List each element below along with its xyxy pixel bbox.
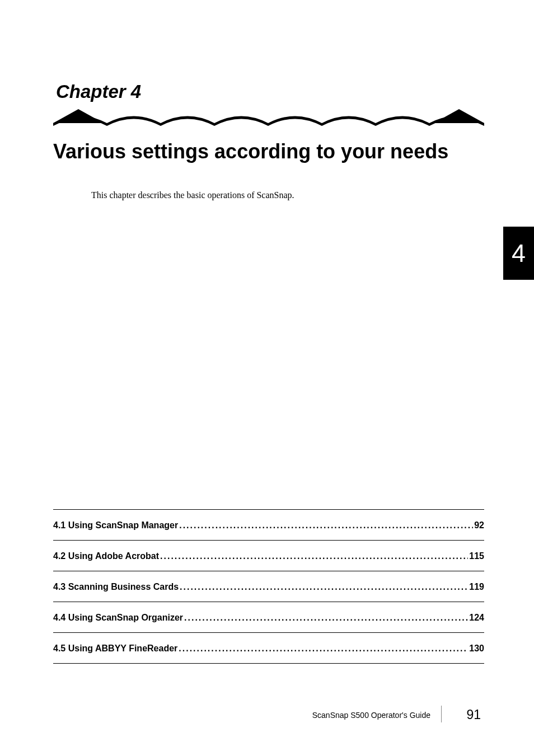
toc-entry[interactable]: 4.2 Using Adobe Acrobat 115 bbox=[53, 540, 484, 571]
toc-entry[interactable]: 4.3 Scanning Business Cards 119 bbox=[53, 571, 484, 602]
footer-guide: ScanSnap S500 Operator's Guide bbox=[312, 711, 430, 720]
footer-divider bbox=[441, 706, 442, 722]
toc-page: 130 bbox=[469, 644, 484, 654]
toc-dots bbox=[184, 613, 468, 623]
table-of-contents: 4.1 Using ScanSnap Manager 92 4.2 Using … bbox=[53, 509, 484, 664]
toc-title: 4.1 Using ScanSnap Manager bbox=[53, 520, 178, 530]
toc-title: 4.4 Using ScanSnap Organizer bbox=[53, 613, 183, 623]
toc-page: 115 bbox=[469, 551, 484, 561]
toc-dots bbox=[180, 582, 468, 592]
toc-entry[interactable]: 4.4 Using ScanSnap Organizer 124 bbox=[53, 602, 484, 632]
chapter-label: Chapter 4 bbox=[56, 81, 141, 102]
toc-title: 4.3 Scanning Business Cards bbox=[53, 582, 179, 592]
toc-entry[interactable]: 4.5 Using ABBYY FineReader 130 bbox=[53, 632, 484, 664]
toc-title: 4.2 Using Adobe Acrobat bbox=[53, 551, 159, 561]
chapter-description: This chapter describes the basic operati… bbox=[91, 190, 294, 200]
wave-decoration-icon bbox=[53, 106, 484, 132]
toc-title: 4.5 Using ABBYY FineReader bbox=[53, 644, 177, 654]
toc-entry[interactable]: 4.1 Using ScanSnap Manager 92 bbox=[53, 509, 484, 540]
toc-dots bbox=[179, 520, 473, 530]
page-number: 91 bbox=[466, 707, 481, 722]
toc-dots bbox=[160, 551, 468, 561]
toc-dots bbox=[179, 644, 468, 654]
chapter-tab: 4 bbox=[503, 227, 534, 280]
chapter-title: Various settings according to your needs bbox=[53, 140, 448, 163]
toc-page: 119 bbox=[469, 582, 484, 592]
toc-page: 92 bbox=[474, 520, 484, 530]
toc-page: 124 bbox=[469, 613, 484, 623]
